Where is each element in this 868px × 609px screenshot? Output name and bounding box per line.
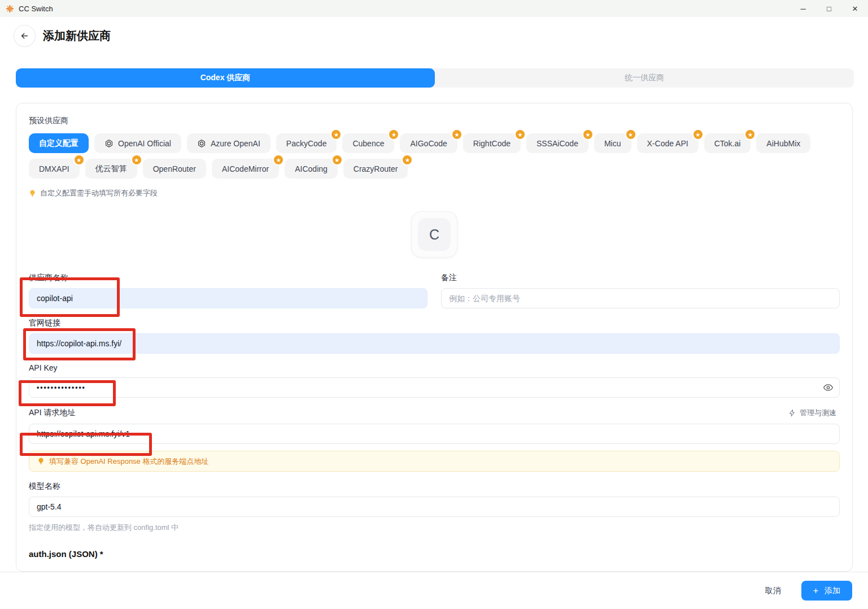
lightning-icon (788, 409, 796, 417)
api-key-input[interactable] (29, 377, 840, 398)
note-input[interactable] (441, 288, 840, 308)
preset-chip-cubence[interactable]: Cubence ★ (342, 133, 394, 153)
preset-chip-youyun-zhisuan[interactable]: 优云智算 ★ (85, 159, 137, 179)
star-badge-icon: ★ (625, 129, 636, 140)
tab-codex-provider[interactable]: Codex 供应商 (16, 68, 435, 88)
preset-chip-aihubmix[interactable]: AiHubMix (756, 133, 810, 153)
app-icon (6, 5, 14, 13)
api-key-label: API Key (29, 363, 840, 372)
preset-chip-aicodemirror[interactable]: AICodeMirror ★ (212, 159, 279, 179)
website-label: 官网链接 (29, 318, 840, 328)
lightbulb-icon (29, 189, 36, 198)
back-button[interactable] (14, 25, 36, 47)
api-url-input[interactable] (29, 424, 840, 444)
star-badge-icon: ★ (514, 129, 526, 140)
provider-name-label: 供应商名称 (29, 273, 428, 283)
preset-chip-xcode-api[interactable]: X-Code API ★ (637, 133, 699, 153)
openai-icon (104, 139, 114, 148)
note-group: 备注 (441, 263, 840, 308)
star-badge-icon: ★ (332, 154, 343, 166)
plus-icon: + (813, 586, 818, 595)
provider-logo: C (411, 211, 457, 258)
api-url-label-row: API 请求地址 管理与测速 (29, 407, 840, 419)
preset-chip-aigocode[interactable]: AIGoCode ★ (400, 133, 457, 153)
preset-chip-micu[interactable]: Micu ★ (594, 133, 631, 153)
star-badge-icon: ★ (692, 129, 704, 140)
star-badge-icon: ★ (73, 154, 85, 166)
provider-type-tabs: Codex 供应商 统一供应商 (16, 68, 854, 88)
api-url-label: API 请求地址 (29, 408, 75, 418)
model-name-label: 模型名称 (29, 481, 840, 491)
preset-chip-aicoding[interactable]: AICoding ★ (285, 159, 338, 179)
provider-name-group: 供应商名称 (29, 263, 428, 308)
note-label: 备注 (441, 273, 840, 283)
maximize-button[interactable]: □ (816, 0, 842, 17)
cancel-button[interactable]: 取消 (762, 585, 784, 597)
provider-logo-letter: C (418, 218, 451, 251)
preset-chip-custom-config[interactable]: 自定义配置 (29, 133, 89, 153)
preset-chip-openrouter[interactable]: OpenRouter (143, 159, 206, 179)
star-badge-icon: ★ (402, 154, 413, 166)
close-button[interactable]: ✕ (842, 0, 868, 17)
preset-chip-sssaicode[interactable]: SSSAiCode ★ (526, 133, 588, 153)
presets-label: 预设供应商 (29, 116, 840, 126)
preset-chip-ctok-ai[interactable]: CTok.ai ★ (704, 133, 751, 153)
custom-config-hint: 自定义配置需手动填写所有必要字段 (29, 188, 840, 198)
star-badge-icon: ★ (273, 154, 284, 166)
star-badge-icon: ★ (582, 129, 594, 140)
api-key-field (29, 377, 840, 398)
star-badge-icon: ★ (388, 129, 399, 140)
preset-chip-azure-openai[interactable]: Azure OpenAI (187, 133, 271, 153)
window-controls: ─ □ ✕ (790, 0, 868, 17)
star-badge-icon: ★ (744, 129, 756, 140)
api-url-hint-box: 填写兼容 OpenAI Response 格式的服务端点地址 (29, 451, 840, 472)
title-bar: CC Switch ─ □ ✕ (0, 0, 868, 17)
toggle-key-visibility-button[interactable] (823, 382, 834, 393)
add-button[interactable]: + 添加 (801, 581, 852, 601)
preset-chip-openai-official[interactable]: OpenAI Official (94, 133, 181, 153)
preset-chip-list: 自定义配置 OpenAI Official Azure OpenAI Packy… (29, 133, 840, 179)
tab-unified-provider[interactable]: 统一供应商 (435, 68, 854, 88)
manage-speedtest-link[interactable]: 管理与测速 (785, 407, 840, 419)
preset-chip-dmxapi[interactable]: DMXAPI ★ (29, 159, 80, 179)
name-note-row: 供应商名称 备注 (29, 263, 840, 308)
model-helper-text: 指定使用的模型，将自动更新到 config.toml 中 (29, 523, 840, 533)
website-input[interactable] (29, 333, 840, 354)
page-title: 添加新供应商 (43, 28, 111, 44)
provider-name-input[interactable] (29, 288, 428, 308)
openai-icon (197, 139, 206, 148)
preset-chip-packycode[interactable]: PackyCode ★ (276, 133, 337, 153)
auth-json-label: auth.json (JSON) * (29, 549, 840, 559)
minimize-button[interactable]: ─ (790, 0, 816, 17)
lightbulb-icon (37, 457, 45, 466)
preset-chip-rightcode[interactable]: RightCode ★ (463, 133, 521, 153)
app-title: CC Switch (19, 5, 53, 13)
preset-chip-crazyrouter[interactable]: CrazyRouter ★ (343, 159, 408, 179)
eye-icon (823, 382, 834, 393)
footer-bar: 取消 + 添加 (0, 572, 868, 609)
arrow-left-icon (20, 31, 29, 41)
star-badge-icon: ★ (131, 154, 142, 166)
star-badge-icon: ★ (451, 129, 463, 140)
model-name-input[interactable] (29, 497, 840, 517)
provider-form-card: 预设供应商 自定义配置 OpenAI Official Azure OpenAI… (16, 103, 853, 572)
star-badge-icon: ★ (330, 129, 342, 140)
